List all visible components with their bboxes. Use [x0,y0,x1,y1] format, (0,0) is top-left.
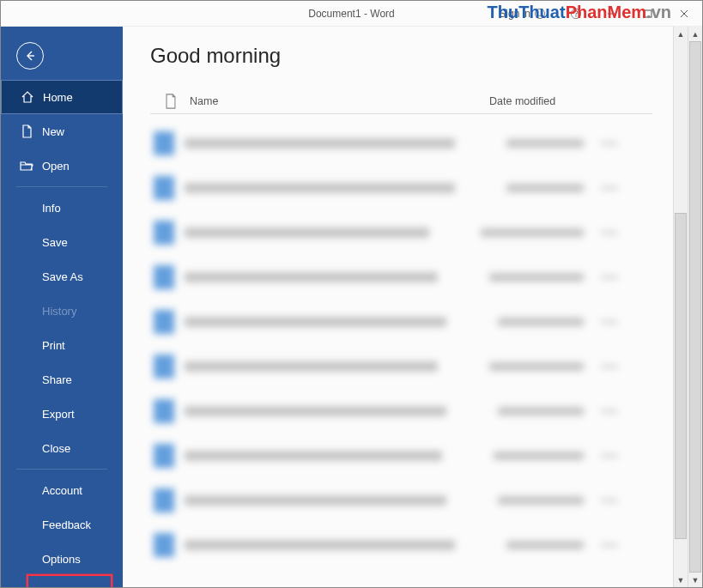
scroll-thumb[interactable] [675,213,687,539]
nav-print[interactable]: Print [1,328,123,362]
nav-label: Share [42,373,72,386]
page-title: Good morning [150,44,652,68]
svg-point-1 [538,12,539,13]
nav-label: Account [42,484,82,497]
main-panel: Good morning Name Date modified [123,27,702,587]
list-item[interactable] [150,121,652,166]
nav-label: Info [42,202,61,215]
nav-label: Home [43,91,73,104]
help-icon[interactable] [558,1,594,27]
nav-save[interactable]: Save [1,225,123,259]
nav-open[interactable]: Open [1,149,123,183]
list-item[interactable] [150,389,652,433]
close-button[interactable] [666,1,702,27]
home-icon [21,90,34,104]
nav-label: Feedback [42,518,91,531]
nav-label: Open [42,160,70,173]
minimize-button[interactable] [594,1,630,27]
scroll-down-icon[interactable]: ▼ [674,573,688,587]
nav-label: Save [42,236,68,249]
column-name-header[interactable]: Name [190,95,489,107]
nav-info[interactable]: Info [1,191,123,225]
scroll-up-icon[interactable]: ▲ [674,27,688,41]
nav-feedback[interactable]: Feedback [1,507,123,542]
list-item[interactable] [150,433,652,478]
column-icon [150,94,190,109]
list-item[interactable] [150,210,652,255]
nav-label: Export [42,408,75,421]
nav-label: History [42,305,76,318]
nav-share[interactable]: Share [1,362,123,397]
document-icon [20,124,33,138]
nav-label: Save As [42,270,83,283]
list-item[interactable] [150,300,652,344]
main-content: Good morning Name Date modified [123,27,673,587]
nav-options[interactable]: Options [1,542,123,576]
nav-account[interactable]: Account [1,473,123,507]
svg-point-4 [576,15,577,16]
list-item[interactable] [150,344,652,389]
list-item[interactable] [150,478,652,523]
scroll-down-icon[interactable]: ▼ [688,573,702,587]
word-backstage-window: Document1 - Word Sign in Home New [0,0,703,588]
nav-close[interactable]: Close [1,431,123,465]
maximize-button[interactable] [630,1,666,27]
scroll-up-icon[interactable]: ▲ [688,27,702,41]
nav-export[interactable]: Export [1,397,123,431]
nav-label: Print [42,339,65,352]
backstage-body: Home New Open Info Save Save As History … [1,27,702,587]
nav-separator [16,469,107,470]
back-button[interactable] [16,42,44,70]
inner-scrollbar[interactable]: ▲ ▼ [673,27,688,587]
document-title: Document1 - Word [308,8,394,20]
title-bar-controls [522,1,702,27]
list-item[interactable] [150,255,652,300]
scroll-thumb[interactable] [689,41,701,573]
folder-open-icon [20,159,33,173]
svg-point-0 [535,9,544,18]
recent-documents-list [150,121,652,567]
nav-home[interactable]: Home [1,80,123,114]
backstage-sidebar: Home New Open Info Save Save As History … [1,27,123,587]
nav-new[interactable]: New [1,114,123,149]
nav-label: New [42,125,64,138]
list-item[interactable] [150,523,652,567]
nav-separator [16,186,107,187]
recent-list-header: Name Date modified [150,88,652,114]
column-date-header[interactable]: Date modified [489,95,618,107]
outer-scrollbar[interactable]: ▲ ▼ [688,27,702,587]
face-smile-icon[interactable] [522,1,558,27]
nav-history: History [1,294,123,328]
svg-point-2 [542,12,542,13]
title-bar: Document1 - Word Sign in [1,1,702,27]
svg-rect-6 [645,10,651,17]
nav-label: Options [42,553,81,566]
list-item[interactable] [150,166,652,210]
nav-label: Close [42,442,70,455]
nav-save-as[interactable]: Save As [1,259,123,294]
